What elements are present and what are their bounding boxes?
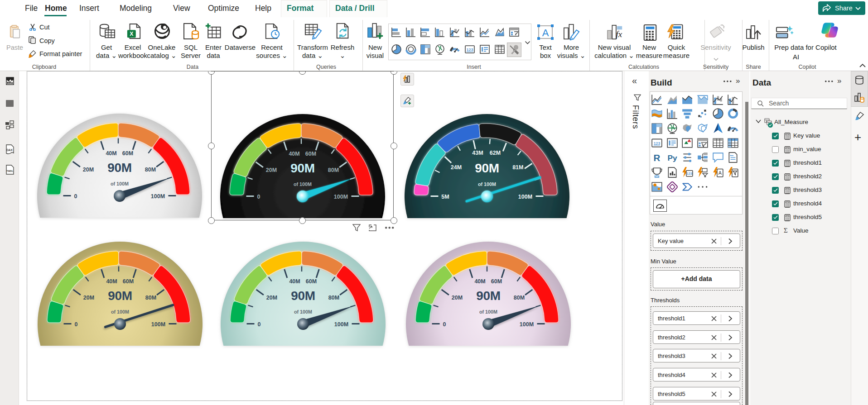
svg-text:43M: 43M <box>472 150 483 156</box>
svg-text:90M: 90M <box>291 289 315 303</box>
svg-text:100M: 100M <box>151 193 165 200</box>
svg-text:20M: 20M <box>266 295 277 301</box>
svg-text:80M: 80M <box>145 295 156 301</box>
svg-text:90M: 90M <box>108 289 132 303</box>
svg-text:80M: 80M <box>145 167 156 173</box>
svg-text:of 100M: of 100M <box>478 181 496 187</box>
svg-text:R: R <box>654 152 661 163</box>
svg-text:24M: 24M <box>451 164 462 171</box>
svg-text:81M: 81M <box>512 164 523 171</box>
svg-text:of 100M: of 100M <box>111 309 129 314</box>
svg-text:40M: 40M <box>106 150 116 157</box>
svg-text:0: 0 <box>75 321 78 328</box>
svg-text:0: 0 <box>74 193 77 200</box>
svg-text:20M: 20M <box>83 167 94 173</box>
svg-text:80M: 80M <box>328 295 339 301</box>
svg-text:62M: 62M <box>490 150 501 156</box>
svg-text:40M: 40M <box>474 278 485 285</box>
svg-text:80M: 80M <box>514 295 525 301</box>
svg-text:40M: 40M <box>106 278 117 285</box>
svg-text:123: 123 <box>466 48 473 52</box>
svg-text:90M: 90M <box>107 161 132 175</box>
svg-text:60M: 60M <box>306 278 317 285</box>
svg-text:0: 0 <box>258 321 261 328</box>
svg-text:A: A <box>542 27 549 38</box>
svg-text:100M: 100M <box>520 321 534 328</box>
svg-text:100M: 100M <box>151 321 165 328</box>
svg-text:0: 0 <box>443 321 446 328</box>
svg-text:90M: 90M <box>475 161 499 175</box>
svg-text:A: A <box>719 170 722 176</box>
svg-text:90M: 90M <box>476 289 501 303</box>
svg-text:of 100M: of 100M <box>111 181 129 186</box>
svg-text:TMDL: TMDL <box>6 170 14 172</box>
svg-text:100M: 100M <box>334 321 348 328</box>
svg-text:X: X <box>130 31 134 37</box>
svg-text:fx: fx <box>616 29 622 39</box>
svg-text:60M: 60M <box>491 278 502 285</box>
svg-text:60M: 60M <box>123 278 134 285</box>
svg-text:Py: Py <box>667 153 677 162</box>
svg-text:of 100M: of 100M <box>479 309 497 314</box>
svg-text:123: 123 <box>687 172 693 176</box>
svg-text:123: 123 <box>654 141 661 146</box>
svg-text:DAX: DAX <box>6 148 13 152</box>
svg-text:100M: 100M <box>518 194 532 200</box>
svg-text:of 100M: of 100M <box>294 309 312 314</box>
svg-text:60M: 60M <box>122 150 133 157</box>
svg-text:20M: 20M <box>83 295 94 301</box>
svg-text:40M: 40M <box>289 278 300 285</box>
svg-text:5M: 5M <box>441 194 449 200</box>
svg-text:20M: 20M <box>452 295 463 301</box>
